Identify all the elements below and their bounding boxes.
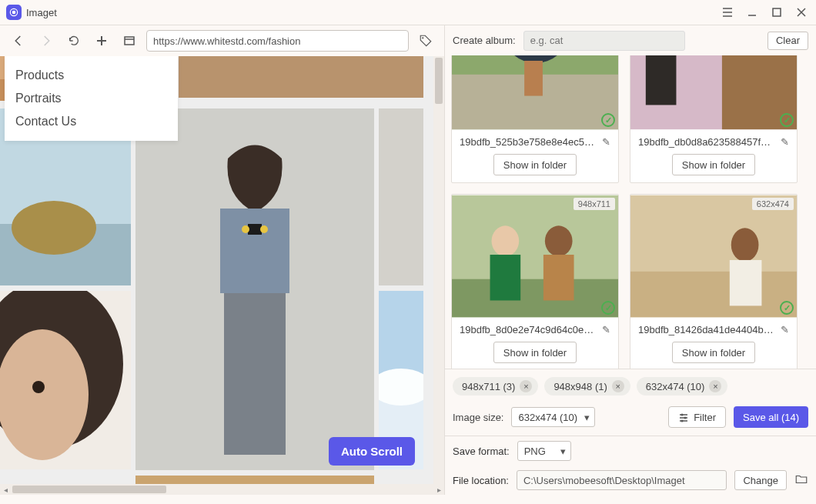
svg-point-1 (12, 11, 16, 15)
minimize-icon[interactable] (744, 4, 761, 21)
site-nav-menu: Products Portraits Contact Us (5, 56, 178, 141)
size-badge: 632x474 (752, 198, 794, 210)
svg-rect-40 (543, 255, 574, 300)
image-size-label: Image size: (453, 412, 503, 423)
show-in-folder-button[interactable]: Show in folder (493, 154, 577, 175)
browser-viewport[interactable]: Products Portraits Contact Us Auto Scrol… (0, 56, 444, 484)
svg-point-22 (32, 381, 45, 393)
nav-item-contact[interactable]: Contact Us (5, 110, 178, 133)
app-title: Imaget (26, 7, 57, 18)
horizontal-scrollbar[interactable]: ◂▸ (0, 484, 444, 495)
save-format-select[interactable]: PNG (517, 441, 571, 461)
nav-item-portraits[interactable]: Portraits (5, 87, 178, 110)
svg-rect-17 (224, 293, 286, 455)
file-location-input[interactable] (517, 470, 727, 490)
menu-icon[interactable] (719, 4, 736, 21)
chip-remove-icon[interactable]: × (520, 380, 532, 392)
svg-point-37 (492, 225, 520, 256)
save-format-label: Save format: (453, 446, 510, 457)
edit-icon[interactable]: ✎ (602, 324, 610, 335)
filename: 19bdfb_8d0e2e74c9d64c0e8fe081a (460, 324, 597, 335)
check-icon: ✓ (601, 113, 615, 127)
url-input[interactable] (146, 30, 409, 52)
back-icon[interactable] (8, 30, 29, 52)
svg-point-25 (379, 369, 423, 406)
check-icon: ✓ (780, 113, 794, 127)
svg-rect-38 (490, 255, 521, 300)
svg-rect-36 (452, 279, 618, 318)
edit-icon[interactable]: ✎ (602, 136, 610, 148)
show-in-folder-button[interactable]: Show in folder (672, 154, 755, 175)
chip-remove-icon[interactable]: × (612, 380, 624, 392)
svg-point-47 (681, 420, 684, 422)
svg-point-43 (731, 228, 759, 262)
check-icon: ✓ (601, 301, 615, 315)
create-album-label: Create album: (453, 35, 516, 46)
tag-icon[interactable] (415, 30, 436, 52)
chip-remove-icon[interactable]: × (709, 380, 721, 392)
add-tab-icon[interactable] (91, 30, 112, 52)
size-chips: 948x711 (3)× 948x948 (1)× 632x474 (10)× (445, 369, 816, 403)
svg-rect-2 (773, 8, 781, 16)
image-size-select[interactable]: 632x474 (10) (511, 407, 595, 427)
show-in-folder-button[interactable]: Show in folder (493, 342, 577, 363)
size-chip[interactable]: 632x474 (10)× (637, 377, 728, 396)
auto-scroll-button[interactable]: Auto Scroll (329, 437, 415, 466)
file-location-label: File location: (453, 475, 509, 486)
svg-rect-7 (179, 56, 423, 98)
edit-icon[interactable]: ✎ (781, 136, 789, 148)
svg-rect-18 (379, 108, 423, 285)
svg-rect-33 (646, 55, 677, 105)
size-chip[interactable]: 948x948 (1)× (544, 377, 630, 396)
svg-rect-44 (730, 260, 762, 305)
check-icon: ✓ (780, 301, 794, 315)
sliders-icon (678, 412, 689, 422)
edit-icon[interactable]: ✎ (781, 324, 789, 335)
svg-point-46 (684, 417, 687, 419)
image-cards: ✓ 19bdfb_525b3e758e8e4ec5ae7560:✎ Show i… (445, 55, 816, 369)
filename: 19bdfb_db0d8a623588457f82cef1a (638, 136, 776, 148)
svg-point-39 (545, 225, 573, 256)
album-input[interactable] (523, 31, 685, 51)
window-icon[interactable] (119, 30, 140, 52)
svg-point-10 (12, 201, 96, 255)
svg-point-21 (0, 329, 89, 460)
svg-point-15 (242, 225, 249, 233)
close-icon[interactable] (793, 4, 810, 21)
change-button[interactable]: Change (734, 470, 787, 490)
forward-icon (35, 30, 57, 52)
svg-rect-13 (220, 209, 289, 293)
svg-rect-26 (135, 476, 374, 484)
folder-icon[interactable] (794, 472, 808, 489)
size-chip[interactable]: 948x711 (3)× (453, 377, 538, 396)
filename: 19bdfb_81426da41de4404bbbfe17 (638, 324, 776, 335)
svg-point-45 (681, 414, 684, 416)
maximize-icon[interactable] (768, 4, 785, 21)
show-in-folder-button[interactable]: Show in folder (672, 342, 755, 363)
filename: 19bdfb_525b3e758e8e4ec5ae7560: (460, 136, 597, 148)
reload-icon[interactable] (63, 30, 85, 52)
nav-item-products[interactable]: Products (5, 64, 178, 87)
svg-rect-3 (125, 37, 134, 45)
svg-rect-30 (524, 61, 543, 96)
save-all-button[interactable]: Save all (14) (734, 406, 808, 428)
svg-rect-42 (630, 272, 797, 317)
svg-point-16 (260, 225, 268, 233)
vertical-scrollbar[interactable] (433, 56, 444, 484)
filter-button[interactable]: Filter (668, 406, 726, 428)
svg-point-4 (422, 37, 423, 38)
clear-button[interactable]: Clear (768, 32, 808, 50)
app-logo (6, 5, 22, 20)
svg-rect-14 (248, 224, 262, 235)
size-badge: 948x711 (574, 198, 615, 210)
